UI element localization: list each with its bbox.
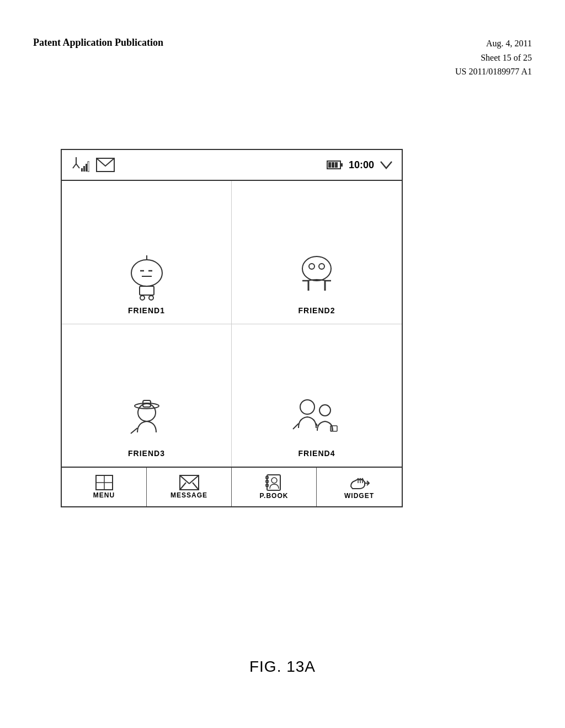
friend1-cell[interactable]: FRIEND1 [62,181,232,324]
svg-line-1 [73,164,76,168]
svg-point-22 [309,264,315,269]
patent-meta: Aug. 4, 2011 Sheet 15 of 25 US 2011/0189… [455,36,532,79]
svg-line-2 [76,164,79,168]
svg-point-19 [140,296,145,300]
phone-mockup: 10:00 [61,149,403,507]
friend1-avatar [122,252,172,302]
patent-header: Patent Application Publication Aug. 4, 2… [33,36,532,79]
toolbar-menu[interactable]: MENU [62,468,147,506]
widget-icon [348,474,370,491]
patent-number: US 2011/0189977 A1 [455,67,532,76]
status-time: 10:00 [349,159,374,171]
toolbar-pbook-label: P.BOOK [260,492,289,500]
friend2-cell[interactable]: FRIEND2 [232,181,402,324]
svg-point-34 [319,405,331,416]
friend3-cell[interactable]: FRIEND3 [62,324,232,467]
svg-line-33 [293,424,299,429]
toolbar-widget[interactable]: WIDGET [317,468,402,506]
status-right-icons: 10:00 [327,159,393,171]
svg-point-20 [149,296,153,300]
svg-line-42 [180,475,189,484]
battery-icon [327,159,343,170]
svg-line-43 [189,475,199,484]
svg-line-44 [180,483,186,490]
svg-point-28 [138,404,156,421]
status-bar: 10:00 [62,150,402,181]
message-icon [179,475,199,490]
bottom-toolbar: MENU MESSAGE [62,467,402,506]
svg-line-31 [131,428,137,433]
friend4-label: FRIEND4 [299,449,335,458]
toolbar-message-label: MESSAGE [170,491,207,499]
friend2-label: FRIEND2 [299,306,335,315]
svg-point-50 [271,478,277,483]
svg-rect-6 [88,162,89,172]
svg-rect-11 [332,162,334,168]
friend3-avatar [122,395,172,445]
svg-rect-5 [86,164,87,172]
svg-rect-12 [335,162,338,168]
dropdown-icon[interactable] [380,159,393,170]
svg-point-23 [319,264,324,269]
friend4-avatar [286,395,347,445]
svg-rect-9 [340,163,343,167]
svg-point-13 [131,260,162,286]
friend1-label: FRIEND1 [128,306,165,315]
patent-sheet: Sheet 15 of 25 [481,53,532,62]
figure-caption: FIG. 13A [0,658,565,676]
friend3-label: FRIEND3 [128,449,165,458]
svg-rect-18 [140,286,154,295]
svg-rect-4 [83,166,85,172]
status-left-icons [71,157,115,173]
toolbar-menu-label: MENU [93,491,115,499]
toolbar-message[interactable]: MESSAGE [147,468,232,506]
pbook-icon [265,474,283,491]
toolbar-pbook[interactable]: P.BOOK [232,468,317,506]
mail-icon [96,158,115,172]
toolbar-widget-label: WIDGET [344,492,374,500]
friends-grid: FRIEND1 FRIEND2 [62,181,402,467]
svg-rect-10 [328,162,331,168]
svg-rect-3 [81,168,83,172]
svg-point-32 [300,400,315,414]
figure-caption-text: FIG. 13A [249,658,316,675]
friend2-avatar [292,252,342,302]
patent-title: Patent Application Publication [33,36,163,49]
signal-icon [71,157,89,173]
patent-date: Aug. 4, 2011 [486,39,532,48]
svg-point-21 [302,256,331,281]
menu-icon [95,475,113,490]
svg-line-45 [193,483,199,490]
friend4-cell[interactable]: FRIEND4 [232,324,402,467]
